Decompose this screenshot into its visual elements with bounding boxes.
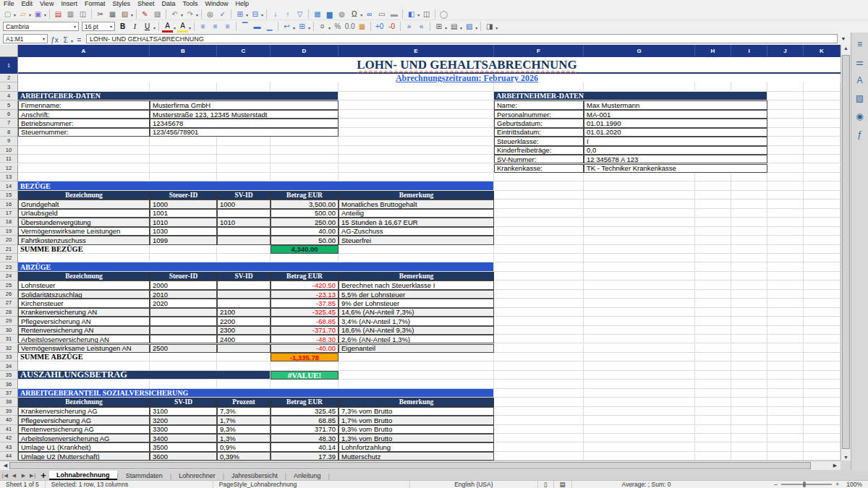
paste-icon[interactable]: ▧ (119, 9, 130, 19)
cell-J17[interactable] (767, 209, 804, 218)
cell-J5[interactable] (767, 100, 804, 109)
cell-D38[interactable]: Betrag EUR (271, 398, 339, 406)
cell-E15[interactable]: Bemerkung (339, 191, 494, 200)
font-color-dropdown-icon[interactable]: ▾ (174, 25, 176, 30)
cell-E4[interactable] (339, 92, 494, 100)
cell-J22[interactable] (767, 254, 804, 262)
cell-F31[interactable] (494, 335, 584, 343)
cell-A20[interactable]: Fahrtkostenzuschuss (18, 236, 150, 244)
cell-F44[interactable] (494, 452, 584, 461)
row-header-18[interactable]: 18 (0, 218, 18, 226)
cell-B27[interactable]: 2020 (150, 299, 217, 307)
cell-I42[interactable] (731, 434, 767, 442)
cell-F12[interactable]: Krankenkasse: (494, 164, 584, 173)
cell-A14[interactable]: BEZÜGE (18, 181, 494, 190)
undo-dropdown-icon[interactable]: ▾ (181, 12, 183, 17)
cell-K44[interactable] (804, 452, 841, 461)
cell-G44[interactable] (584, 452, 695, 461)
format-currency-dropdown-icon[interactable]: ▾ (328, 25, 331, 30)
row-header-40[interactable]: 40 (0, 416, 18, 424)
cell-F6[interactable]: Personalnummer: (494, 110, 584, 119)
cell-D21[interactable]: 4,340.00 (271, 245, 339, 254)
cell-G10[interactable]: 0,0 (584, 146, 767, 155)
cell-J24[interactable] (767, 272, 804, 281)
cell-B6[interactable]: Musterstraße 123, 12345 Musterstadt (150, 110, 339, 119)
cell-G16[interactable] (584, 200, 695, 208)
align-right-icon[interactable]: ≡ (222, 22, 233, 32)
cell-H35[interactable] (695, 371, 731, 380)
cell-D33[interactable]: -1,335.78 (271, 353, 339, 361)
cell-B36[interactable] (150, 380, 217, 388)
cell-B33[interactable] (150, 353, 217, 361)
cell-E8[interactable] (339, 128, 494, 137)
cell-H22[interactable] (695, 254, 731, 262)
cell-C31[interactable]: 2400 (217, 335, 271, 343)
cell-G36[interactable] (584, 380, 695, 388)
cell-I37[interactable] (731, 389, 767, 398)
cell-J27[interactable] (767, 299, 804, 307)
font-name-dropdown-icon[interactable]: ▾ (74, 24, 76, 29)
cell-J21[interactable] (767, 245, 804, 254)
row-header-31[interactable]: 31 (0, 335, 18, 343)
cell-I33[interactable] (731, 353, 767, 361)
cell-B9[interactable] (150, 137, 217, 145)
row-header-28[interactable]: 28 (0, 308, 18, 317)
row-header-16[interactable]: 16 (0, 200, 18, 208)
font-size-combo[interactable]: 16 pt▾ (82, 22, 115, 31)
cell-C3[interactable] (217, 82, 271, 91)
cell-G32[interactable] (584, 344, 695, 353)
cell-B42[interactable]: 3400 (150, 434, 217, 442)
cell-K18[interactable] (804, 218, 841, 226)
cell-A9[interactable] (18, 137, 150, 145)
cell-K22[interactable] (804, 254, 841, 262)
format-date-icon[interactable]: ▦ (357, 22, 367, 32)
cell-K31[interactable] (804, 335, 841, 343)
conditional-formatting-dropdown-icon[interactable]: ▾ (495, 25, 498, 30)
first-sheet-icon[interactable]: ∣◀ (0, 471, 9, 480)
cell-B24[interactable]: Steuer-ID (150, 272, 217, 281)
cell-K33[interactable] (804, 353, 841, 361)
cell-F25[interactable] (494, 281, 584, 289)
cell-F3[interactable] (494, 82, 584, 91)
cell-D36[interactable] (271, 380, 339, 388)
cell-H40[interactable] (695, 416, 731, 424)
cell-B29[interactable] (150, 317, 217, 325)
clone-formatting-icon[interactable]: ✎ (140, 9, 150, 19)
cell-K27[interactable] (804, 299, 841, 307)
cell-F10[interactable]: Kinderfreibeträge: (494, 146, 584, 155)
cell-K15[interactable] (804, 191, 841, 200)
row-header-14[interactable]: 14 (0, 181, 18, 190)
menu-styles[interactable]: Styles (109, 0, 134, 8)
cell-G30[interactable] (584, 326, 695, 335)
cell-A17[interactable]: Urlaubsgeld (18, 209, 150, 218)
cell-E44[interactable]: Mutterschutz (339, 452, 494, 461)
cell-E20[interactable]: Steuerfrei (339, 236, 494, 244)
cell-D44[interactable]: 17.39 (271, 452, 339, 461)
cell-H18[interactable] (695, 218, 731, 226)
hyperlink-icon[interactable]: ∞ (364, 9, 375, 19)
cell-B44[interactable]: 3600 (150, 452, 217, 461)
col-header-K[interactable]: K (804, 45, 841, 57)
cell-B43[interactable]: 3500 (150, 442, 217, 451)
cell-B22[interactable] (150, 254, 217, 262)
tab-anleitung[interactable]: Anleitung (286, 471, 328, 480)
vertical-scrollbar-thumb[interactable] (842, 55, 850, 449)
cell-D41[interactable]: 371.70 (271, 425, 339, 434)
cell-K23[interactable] (804, 262, 841, 271)
cell-E12[interactable] (339, 164, 494, 173)
cell-K20[interactable] (804, 236, 841, 244)
font-name-combo[interactable]: Cambria▾ (3, 22, 79, 31)
cell-F23[interactable] (494, 262, 584, 271)
cell-K24[interactable] (804, 272, 841, 281)
cell-F7[interactable]: Geburtsdatum: (494, 119, 584, 127)
row-header-29[interactable]: 29 (0, 317, 18, 325)
cell-J33[interactable] (767, 353, 804, 361)
cell-F15[interactable] (494, 191, 584, 200)
paste-dropdown-icon[interactable]: ▾ (131, 12, 133, 17)
cell-F17[interactable] (494, 209, 584, 218)
cell-A44[interactable]: Umlage U2 (Mutterschaft) (18, 452, 150, 461)
highlight-color-dropdown-icon[interactable]: ▾ (189, 25, 191, 30)
cell-G8[interactable]: 01.01.2020 (584, 128, 767, 137)
cell-C40[interactable]: 1,7% (217, 416, 271, 424)
format-currency-icon[interactable]: ¤ (317, 22, 328, 32)
